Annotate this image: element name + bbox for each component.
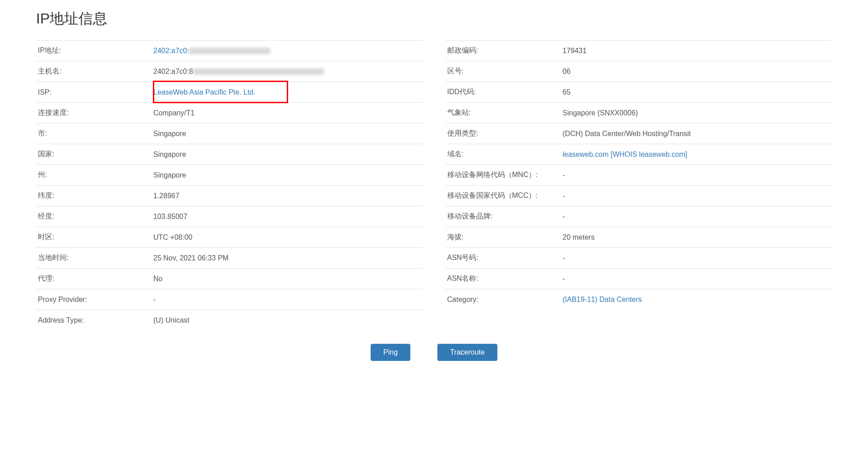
ping-button[interactable]: Ping: [371, 344, 410, 361]
row-label: Address Type:: [36, 316, 153, 324]
row-label: Category:: [445, 296, 563, 304]
row-value: UTC +08:00: [153, 233, 423, 242]
table-row: 海拔:20 meters: [445, 227, 832, 247]
row-value: -: [563, 275, 832, 283]
table-row: 经度:103.85007: [36, 206, 423, 227]
row-label: ASN名称:: [445, 274, 563, 283]
table-row: 时区:UTC +08:00: [36, 227, 423, 247]
row-label: 使用类型:: [445, 129, 563, 138]
right-column: 邮政编码:179431区号:06IDD代码:65气象站:Singapore (S…: [445, 40, 832, 330]
row-label: 主机名:: [36, 67, 153, 76]
host-prefix: 2402:a7c0:8: [153, 68, 193, 75]
table-row: ASN号码:-: [445, 247, 832, 268]
ip-prefix: 2402:a7c0:: [153, 47, 189, 55]
row-value: Company/T1: [153, 109, 423, 117]
row-value: 65: [563, 88, 832, 96]
row-label: 邮政编码:: [445, 46, 563, 55]
row-label: ISP:: [36, 88, 153, 96]
table-row: 移动设备网络代码（MNC）:-: [445, 164, 832, 185]
table-row: 域名:leaseweb.com [WHOIS leaseweb.com]: [445, 144, 832, 164]
table-row: 移动设备国家代码（MCC）:-: [445, 185, 832, 206]
table-row: 主机名:2402:a7c0:8: [36, 61, 423, 82]
row-value[interactable]: leaseweb.com [WHOIS leaseweb.com]: [563, 150, 832, 159]
redacted-text: [193, 68, 324, 75]
row-value: 2402:a7c0:8: [153, 68, 423, 76]
row-label: 移动设备网络代码（MNC）:: [445, 170, 563, 180]
row-label: 海拔:: [445, 233, 563, 242]
info-columns: IP地址:2402:a7c0:主机名:2402:a7c0:8ISP:LeaseW…: [36, 40, 832, 330]
row-label: 当地时间:: [36, 253, 153, 263]
redacted-text: [189, 48, 270, 54]
table-row: 区号:06: [445, 61, 832, 82]
row-label: 移动设备品牌:: [445, 212, 563, 221]
row-value: 103.85007: [153, 213, 423, 221]
traceroute-button[interactable]: Traceroute: [437, 344, 497, 361]
table-row: 气象站:Singapore (SNXX0006): [445, 102, 832, 123]
action-buttons: Ping Traceroute: [36, 344, 832, 361]
row-label: 区号:: [445, 67, 563, 76]
row-label: IDD代码:: [445, 87, 563, 97]
row-value: (U) Unicast: [153, 316, 423, 324]
row-value: -: [563, 192, 832, 200]
row-value: Singapore: [153, 171, 423, 179]
row-value: No: [153, 275, 423, 283]
row-value: 06: [563, 68, 832, 76]
page-title: IP地址信息: [36, 9, 832, 29]
row-value: 25 Nov, 2021 06:33 PM: [153, 254, 423, 262]
table-row: Proxy Provider:-: [36, 289, 423, 310]
row-label: 代理:: [36, 274, 153, 283]
row-label: 时区:: [36, 233, 153, 242]
row-label: Proxy Provider:: [36, 296, 153, 304]
left-column: IP地址:2402:a7c0:主机名:2402:a7c0:8ISP:LeaseW…: [36, 40, 423, 330]
table-row: 邮政编码:179431: [445, 40, 832, 61]
table-row: Address Type:(U) Unicast: [36, 310, 423, 330]
table-row: 国家:Singapore: [36, 144, 423, 164]
row-label: 国家:: [36, 150, 153, 159]
row-value[interactable]: 2402:a7c0:: [153, 47, 423, 55]
table-row: Category:(IAB19-11) Data Centers: [445, 289, 832, 310]
row-label: ASN号码:: [445, 253, 563, 263]
table-row: 使用类型:(DCH) Data Center/Web Hosting/Trans…: [445, 123, 832, 144]
row-label: 气象站:: [445, 108, 563, 118]
row-label: 经度:: [36, 212, 153, 221]
table-row: 当地时间:25 Nov, 2021 06:33 PM: [36, 247, 423, 268]
row-label: 纬度:: [36, 191, 153, 201]
row-value[interactable]: (IAB19-11) Data Centers: [563, 296, 832, 304]
row-value: (DCH) Data Center/Web Hosting/Transit: [563, 130, 832, 138]
table-row: ISP:LeaseWeb Asia Pacific Pte. Ltd.: [36, 82, 423, 102]
row-value: 179431: [563, 47, 832, 55]
row-value: -: [563, 213, 832, 221]
table-row: IDD代码:65: [445, 82, 832, 102]
table-row: 纬度:1.28967: [36, 185, 423, 206]
table-row: 市:Singapore: [36, 123, 423, 144]
row-value: -: [563, 254, 832, 262]
row-value: 20 meters: [563, 233, 832, 242]
table-row: ASN名称:-: [445, 268, 832, 289]
table-row: 移动设备品牌:-: [445, 206, 832, 227]
row-label: 移动设备国家代码（MCC）:: [445, 191, 563, 201]
row-value: Singapore: [153, 130, 423, 138]
table-row: 连接速度:Company/T1: [36, 102, 423, 123]
row-value: -: [153, 296, 423, 304]
row-label: 域名:: [445, 150, 563, 159]
row-label: 连接速度:: [36, 108, 153, 118]
row-label: 州:: [36, 170, 153, 180]
row-value: Singapore (SNXX0006): [563, 109, 832, 117]
table-row: 州:Singapore: [36, 164, 423, 185]
row-value: -: [563, 171, 832, 179]
row-value: Singapore: [153, 150, 423, 159]
row-label: IP地址:: [36, 46, 153, 55]
table-row: 代理:No: [36, 268, 423, 289]
table-row: IP地址:2402:a7c0:: [36, 40, 423, 61]
row-value[interactable]: LeaseWeb Asia Pacific Pte. Ltd.: [153, 88, 423, 96]
row-label: 市:: [36, 129, 153, 138]
row-value: 1.28967: [153, 192, 423, 200]
